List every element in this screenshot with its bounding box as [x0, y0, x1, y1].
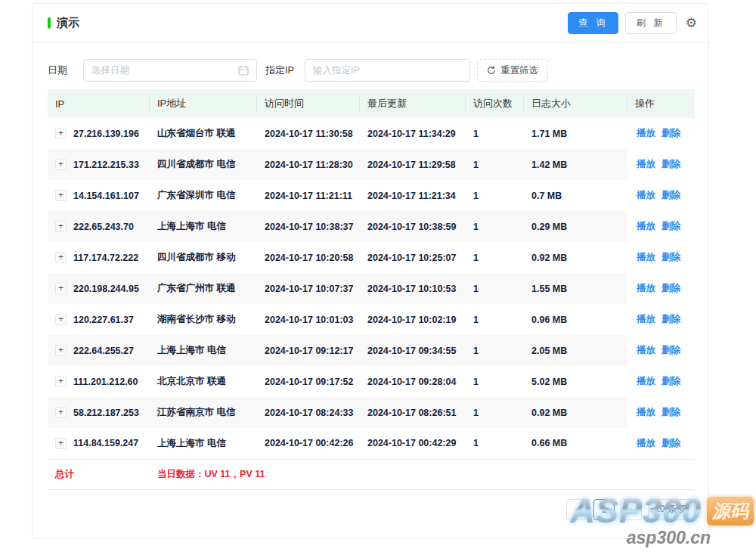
pagination: ‹ 1 › 10 条/页: [48, 499, 695, 520]
delete-link[interactable]: 删除: [662, 159, 680, 169]
visit-time: 2024-10-17 11:30:58: [257, 118, 360, 149]
play-link[interactable]: 播放: [637, 190, 655, 200]
reset-filters-button[interactable]: 重置筛选: [477, 59, 548, 82]
table-row: + 111.201.212.60 北京北京市 联通 2024-10-17 09:…: [48, 366, 695, 397]
column-header-visit-time: 访问时间: [257, 89, 360, 118]
demo-panel: 演示 查 询 刷 新 ⚙ 日期 选择日期 指定IP: [32, 3, 709, 539]
table-row: + 117.174.72.222 四川省成都市 移动 2024-10-17 10…: [48, 242, 695, 273]
ip-filter-label: 指定IP: [265, 64, 299, 77]
gear-icon[interactable]: ⚙: [686, 17, 697, 29]
expand-row-button[interactable]: +: [55, 252, 67, 263]
ip-location: 广东省广州市 联通: [150, 273, 257, 304]
column-header-last-update: 最后更新: [360, 89, 466, 118]
expand-row-button[interactable]: +: [55, 159, 67, 170]
last-update-time: 2024-10-17 09:28:04: [360, 366, 466, 397]
table-row: + 222.64.255.27 上海上海市 电信 2024-10-17 09:1…: [48, 335, 695, 366]
date-picker-input[interactable]: 选择日期: [83, 59, 257, 82]
expand-row-button[interactable]: +: [55, 314, 67, 325]
play-link[interactable]: 播放: [637, 159, 655, 169]
last-update-time: 2024-10-17 10:10:53: [360, 273, 466, 304]
play-link[interactable]: 播放: [637, 128, 655, 138]
visit-count: 1: [466, 118, 524, 149]
last-update-time: 2024-10-17 09:34:55: [360, 335, 466, 366]
play-link[interactable]: 播放: [637, 345, 655, 355]
expand-row-button[interactable]: +: [55, 345, 67, 356]
visit-count: 1: [466, 428, 524, 459]
last-update-time: 2024-10-17 10:25:07: [360, 242, 466, 273]
table-row: + 171.212.215.33 四川省成都市 电信 2024-10-17 11…: [48, 149, 695, 180]
watermark-badge: 源码: [707, 497, 754, 526]
table-body: + 27.216.139.196 山东省烟台市 联通 2024-10-17 11…: [48, 118, 695, 459]
delete-link[interactable]: 删除: [662, 438, 680, 448]
ip-location: 江苏省南京市 电信: [150, 397, 257, 428]
visit-count: 1: [466, 397, 524, 428]
play-link[interactable]: 播放: [637, 221, 655, 231]
log-size: 1.71 MB: [524, 118, 627, 149]
play-link[interactable]: 播放: [637, 252, 655, 262]
table-row: + 58.212.187.253 江苏省南京市 电信 2024-10-17 08…: [48, 397, 695, 428]
ip-location: 山东省烟台市 联通: [150, 118, 257, 149]
ip-value: 222.64.255.27: [73, 346, 134, 356]
expand-row-button[interactable]: +: [55, 407, 67, 418]
visit-time: 2024-10-17 08:24:33: [257, 397, 360, 428]
visit-count: 1: [466, 211, 524, 242]
ip-location: 上海上海市 电信: [150, 428, 257, 459]
log-size: 1.55 MB: [524, 273, 627, 304]
pagination-page-1[interactable]: 1: [593, 499, 615, 520]
page-title: 演示: [48, 16, 79, 30]
last-update-time: 2024-10-17 00:42:29: [360, 428, 466, 459]
visit-count: 1: [466, 366, 524, 397]
delete-link[interactable]: 删除: [662, 128, 680, 138]
visit-count: 1: [466, 149, 524, 180]
expand-row-button[interactable]: +: [55, 376, 67, 387]
play-link[interactable]: 播放: [637, 376, 655, 386]
last-update-time: 2024-10-17 11:29:58: [360, 149, 466, 180]
log-size: 0.29 MB: [524, 211, 627, 242]
table-row: + 120.227.61.37 湖南省长沙市 移动 2024-10-17 10:…: [48, 304, 695, 335]
delete-link[interactable]: 删除: [662, 407, 680, 417]
expand-row-button[interactable]: +: [55, 438, 67, 449]
play-link[interactable]: 播放: [637, 283, 655, 293]
refresh-button[interactable]: 刷 新: [625, 12, 676, 34]
delete-link[interactable]: 删除: [662, 252, 680, 262]
ip-value: 222.65.243.70: [73, 222, 134, 232]
column-header-ip-address: IP地址: [150, 89, 257, 118]
delete-link[interactable]: 删除: [662, 283, 680, 293]
play-link[interactable]: 播放: [637, 314, 655, 324]
ip-value: 120.227.61.37: [73, 315, 134, 325]
refresh-button-label: 刷 新: [636, 17, 665, 29]
pagination-prev-button[interactable]: ‹: [566, 499, 587, 520]
visitor-log-table: IP IP地址 访问时间 最后更新 访问次数 日志大小 操作 + 27.216.…: [48, 89, 695, 490]
table-row: + 222.65.243.70 上海上海市 电信 2024-10-17 10:3…: [48, 211, 695, 242]
date-filter-label: 日期: [48, 64, 83, 77]
expand-row-button[interactable]: +: [55, 221, 67, 232]
page-size-select[interactable]: 10 条/页: [648, 499, 695, 520]
delete-link[interactable]: 删除: [662, 221, 680, 231]
delete-link[interactable]: 删除: [662, 190, 680, 200]
expand-row-button[interactable]: +: [55, 190, 67, 201]
total-summary: 当日数据：UV 11，PV 11: [150, 459, 695, 489]
header-actions: 查 询 刷 新 ⚙: [568, 12, 697, 34]
column-header-actions: 操作: [627, 89, 695, 118]
play-link[interactable]: 播放: [637, 438, 655, 448]
refresh-circle-icon: [487, 66, 496, 75]
query-button[interactable]: 查 询: [568, 12, 618, 34]
play-link[interactable]: 播放: [637, 407, 655, 417]
delete-link[interactable]: 删除: [662, 376, 680, 386]
visit-count: 1: [466, 335, 524, 366]
ip-value: 220.198.244.95: [73, 284, 139, 294]
title-accent-bar: [48, 17, 51, 29]
delete-link[interactable]: 删除: [662, 314, 680, 324]
ip-filter-placeholder: 输入指定IP: [313, 64, 360, 77]
ip-value: 58.212.187.253: [73, 408, 139, 418]
expand-row-button[interactable]: +: [55, 128, 67, 139]
log-size: 0.66 MB: [524, 428, 627, 459]
expand-row-button[interactable]: +: [55, 283, 67, 294]
ip-filter-input[interactable]: 输入指定IP: [305, 59, 470, 82]
delete-link[interactable]: 删除: [662, 345, 680, 355]
table-footer: 总计 当日数据：UV 11，PV 11: [48, 459, 695, 489]
panel-header: 演示 查 询 刷 新 ⚙: [33, 4, 708, 43]
table-row: + 220.198.244.95 广东省广州市 联通 2024-10-17 10…: [48, 273, 695, 304]
pagination-next-button[interactable]: ›: [621, 499, 642, 520]
log-size: 0.92 MB: [524, 397, 627, 428]
